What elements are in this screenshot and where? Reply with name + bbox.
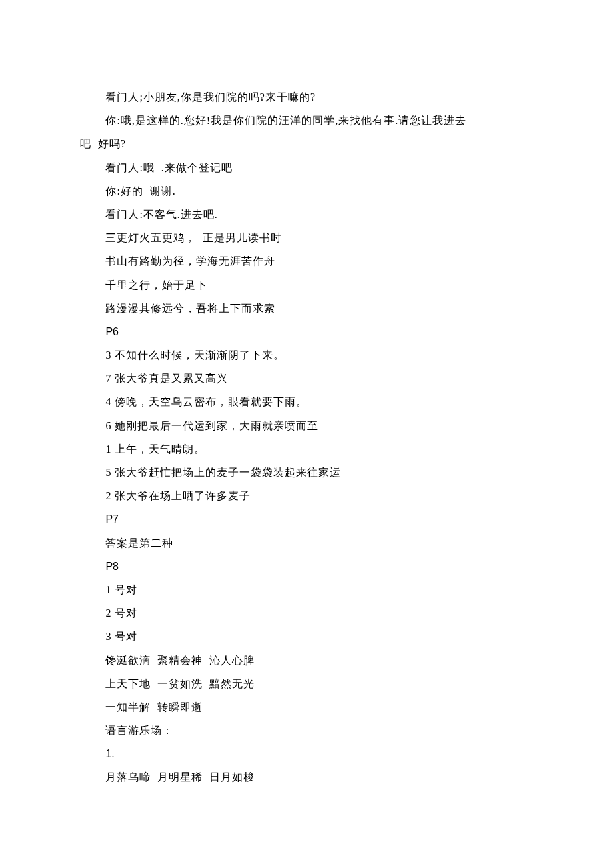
text-line: 看门人;小朋友,你是我们院的吗?来干嘛的?	[80, 85, 533, 109]
text-line: 1.	[80, 742, 533, 765]
text-line: 一知半解 转瞬即逝	[80, 695, 533, 719]
text-line: 5 张大爷赶忙把场上的麦子一袋袋装起来往家运	[80, 461, 533, 484]
text-line: 三更灯火五更鸡， 正是男儿读书时	[80, 226, 533, 249]
text-line: 馋涎欲滴 聚精会神 沁人心脾	[80, 649, 533, 672]
document-body: 看门人;小朋友,你是我们院的吗?来干嘛的?你:哦,是这样的.您好!我是你们院的汪…	[80, 85, 533, 789]
text-line: 1 上午，天气晴朗。	[80, 437, 533, 461]
text-line: 上天下地 一贫如洗 黯然无光	[80, 672, 533, 695]
text-line: 你:哦,是这样的.您好!我是你们院的汪洋的同学,来找他有事.请您让我进去	[80, 109, 533, 132]
text-line: 月落乌啼 月明星稀 日月如梭	[80, 765, 533, 789]
text-line: 4 傍晚，天空乌云密布，眼看就要下雨。	[80, 390, 533, 413]
text-line: 看门人:不客气.进去吧.	[80, 203, 533, 226]
text-line: 书山有路勤为径，学海无涯苦作舟	[80, 249, 533, 273]
text-line: 1 号对	[80, 578, 533, 601]
text-line: 语言游乐场：	[80, 719, 533, 742]
text-line: 路漫漫其修远兮，吾将上下而求索	[80, 297, 533, 320]
text-line: 吧 好吗?	[80, 132, 533, 155]
text-line: 看门人:哦 .来做个登记吧	[80, 156, 533, 179]
text-line: P8	[80, 555, 533, 578]
text-line: 千里之行，始于足下	[80, 273, 533, 297]
text-line: P7	[80, 507, 533, 531]
text-line: P6	[80, 320, 533, 343]
text-line: 7 张大爷真是又累又高兴	[80, 367, 533, 390]
text-line: 3 号对	[80, 625, 533, 648]
text-line: 你:好的 谢谢.	[80, 179, 533, 203]
text-line: 2 张大爷在场上晒了许多麦子	[80, 484, 533, 507]
text-line: 3 不知什么时候，天渐渐阴了下来。	[80, 343, 533, 367]
text-line: 6 她刚把最后一代运到家，大雨就亲喷而至	[80, 414, 533, 437]
text-line: 2 号对	[80, 601, 533, 625]
document-page: 看门人;小朋友,你是我们院的吗?来干嘛的?你:哦,是这样的.您好!我是你们院的汪…	[0, 0, 613, 868]
text-line: 答案是第二种	[80, 531, 533, 555]
